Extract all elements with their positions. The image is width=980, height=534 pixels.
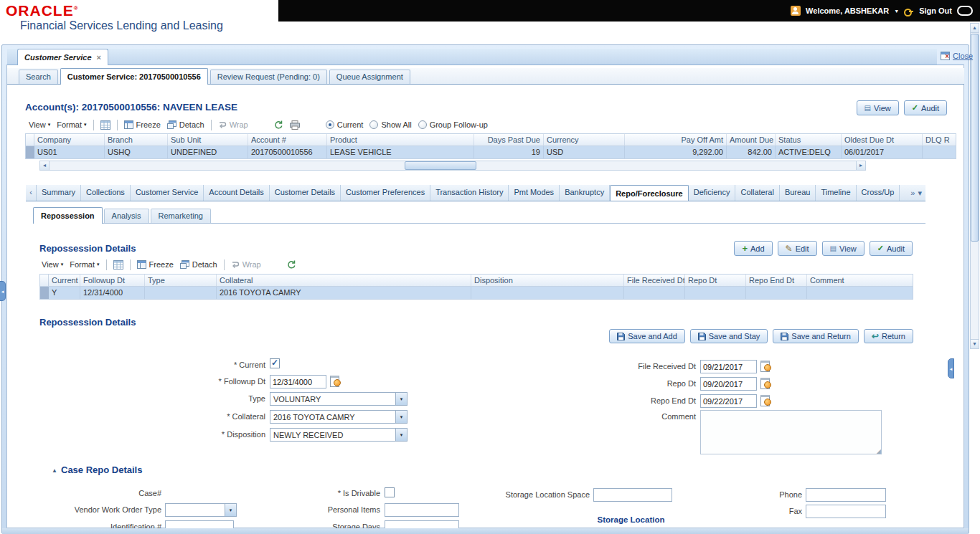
tab-bureau[interactable]: Bureau [780, 185, 816, 201]
is-drivable-checkbox[interactable] [385, 487, 395, 497]
tab-cross-up[interactable]: Cross/Up [857, 185, 900, 201]
edit-button[interactable]: ✎Edit [778, 241, 817, 256]
radio-group-follow-up[interactable]: Group Follow-up [418, 120, 488, 129]
tab-customer-service-account[interactable]: Customer Service: 20170500010556 [60, 68, 208, 85]
current-checkbox[interactable] [270, 358, 280, 368]
column-header[interactable]: Oldest Due Dt [842, 134, 923, 146]
calendar-icon[interactable] [760, 361, 771, 371]
tab-search[interactable]: Search [19, 70, 58, 84]
dropdown-arrow-icon[interactable]: ▼ [395, 429, 407, 441]
scroll-down-icon[interactable]: ▼ [971, 339, 979, 348]
tab-pmt-modes[interactable]: Pmt Modes [509, 185, 560, 201]
column-header[interactable]: Amount Due [727, 134, 776, 146]
close-control[interactable]: Close [941, 52, 973, 60]
tab-collections[interactable]: Collections [81, 185, 131, 201]
tab-close-icon[interactable]: × [97, 53, 101, 62]
fax-input[interactable] [806, 505, 886, 518]
column-header[interactable]: Current [49, 275, 80, 286]
scrollbar-thumb[interactable] [405, 161, 476, 170]
tab-repossession[interactable]: Repossession [33, 207, 103, 224]
view-menu[interactable]: View▾ [42, 260, 63, 269]
dropdown-arrow-icon[interactable]: ▼ [395, 393, 407, 405]
radio-icon[interactable] [326, 120, 334, 129]
freeze-button[interactable]: Freeze [124, 120, 161, 129]
format-menu[interactable]: Format▾ [70, 260, 99, 269]
column-header[interactable]: File Received Dt [624, 275, 685, 286]
tabs-list-icon[interactable]: ▾ [918, 189, 922, 198]
horizontal-scrollbar[interactable]: ◂ ▸ [39, 161, 866, 171]
column-header[interactable]: Pay Off Amt [625, 134, 727, 146]
welcome-menu[interactable]: Welcome, ABSHEKAR [806, 6, 889, 15]
column-header[interactable]: Type [145, 275, 217, 286]
column-header[interactable]: Branch [105, 134, 168, 146]
scrollbar-thumb[interactable] [971, 34, 979, 242]
calendar-icon[interactable] [330, 376, 341, 386]
close-link[interactable]: Close [953, 52, 973, 60]
scroll-left-icon[interactable]: ◂ [40, 161, 50, 170]
column-header[interactable]: Repo End Dt [746, 275, 807, 286]
comment-textarea[interactable] [700, 410, 882, 454]
radio-icon[interactable] [418, 120, 427, 129]
freeze-button[interactable]: Freeze [137, 260, 174, 269]
column-header[interactable]: Disposition [471, 275, 624, 286]
save-and-return-button[interactable]: Save and Return [773, 329, 859, 343]
calendar-icon[interactable] [760, 378, 771, 388]
close-window-icon[interactable] [941, 52, 950, 60]
dropdown-arrow-icon[interactable]: ▼ [225, 504, 236, 516]
sign-out-link[interactable]: Sign Out [919, 6, 952, 15]
tab-summary[interactable]: Summary [37, 185, 81, 201]
print-icon[interactable] [290, 120, 300, 130]
column-header[interactable]: DLQ R [923, 134, 956, 146]
column-header[interactable]: Followup Dt [80, 275, 145, 286]
tabs-scroll-right-icon[interactable]: » [910, 189, 915, 197]
repossession-grid-row[interactable]: Y 12/31/4000 2016 TOYOTA CAMRY [39, 287, 913, 300]
tab-collateral[interactable]: Collateral [735, 185, 779, 201]
calendar-icon[interactable] [760, 395, 771, 406]
avatar-icon[interactable] [957, 6, 973, 16]
wrap-button[interactable]: Wrap [231, 260, 261, 269]
add-button[interactable]: +Add [734, 241, 772, 256]
detach-button[interactable]: Detach [180, 260, 217, 269]
disposition-select[interactable]: NEWLY RECEIVED▼ [270, 428, 407, 442]
phone-input[interactable] [806, 488, 886, 502]
refresh-icon[interactable] [274, 120, 283, 130]
repo-dt-input[interactable] [700, 377, 757, 391]
view-button[interactable]: ▤View [822, 241, 864, 256]
column-header[interactable]: Currency [544, 134, 625, 146]
tab-deficiency[interactable]: Deficiency [689, 185, 736, 201]
type-select[interactable]: VOLUNTARY▼ [270, 392, 407, 406]
tab-remarketing[interactable]: Remarketing [151, 209, 211, 223]
audit-button[interactable]: ✓Audit [870, 241, 913, 256]
radio-show-all[interactable]: Show All [369, 120, 411, 129]
vertical-scrollbar[interactable]: ▲ ▼ [970, 23, 979, 349]
export-icon[interactable] [100, 120, 110, 130]
scrollbar-track[interactable] [50, 161, 856, 170]
repo-end-dt-input[interactable] [700, 394, 757, 408]
save-and-add-button[interactable]: Save and Add [609, 329, 685, 343]
tab-transaction-history[interactable]: Transaction History [430, 185, 509, 201]
personal-items-input[interactable] [385, 503, 459, 517]
tabs-scroll-left-icon[interactable]: ‹ [26, 185, 37, 201]
save-and-stay-button[interactable]: Save and Stay [690, 329, 768, 343]
tab-customer-service[interactable]: Customer Service [131, 185, 204, 201]
tab-review-request[interactable]: Review Request (Pending: 0) [210, 70, 327, 84]
row-selector[interactable] [40, 287, 49, 299]
account-grid-row[interactable]: US01 USHQ UNDEFINED 20170500010556 LEASE… [25, 146, 956, 159]
column-header[interactable]: Company [34, 134, 105, 146]
column-header[interactable]: Sub Unit [168, 134, 248, 146]
export-icon[interactable] [113, 260, 123, 270]
column-header[interactable]: Repo Dt [685, 275, 746, 286]
resize-grip-icon[interactable]: ◢ [877, 448, 881, 454]
tab-bankruptcy[interactable]: Bankruptcy [560, 185, 610, 201]
collapse-left-panel-handle[interactable]: ◂ [0, 281, 6, 301]
tab-customer-preferences[interactable]: Customer Preferences [341, 185, 430, 201]
view-button[interactable]: ▤View [857, 100, 899, 115]
collapse-right-panel-handle[interactable]: ◂ [948, 358, 954, 378]
column-header[interactable]: Days Past Due [474, 134, 544, 146]
storage-location-space-input[interactable] [593, 488, 672, 502]
followup-dt-input[interactable] [270, 375, 326, 388]
collateral-select[interactable]: 2016 TOYOTA CAMRY▼ [270, 410, 407, 424]
tab-customer-details[interactable]: Customer Details [270, 185, 341, 201]
return-button[interactable]: ↩Return [864, 329, 913, 343]
tab-analysis[interactable]: Analysis [104, 209, 149, 223]
